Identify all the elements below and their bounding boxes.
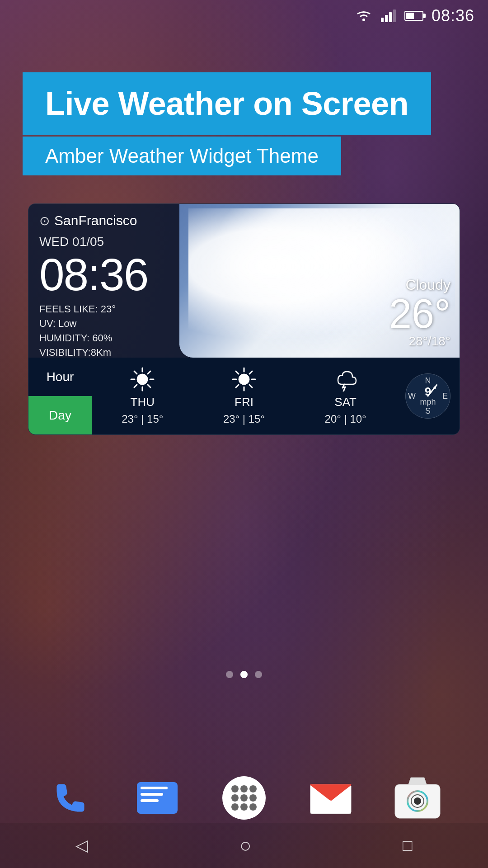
svg-point-30 — [231, 785, 239, 793]
svg-point-33 — [231, 794, 239, 802]
svg-rect-1 — [381, 18, 384, 22]
wind-compass: N S E W 9 mph — [396, 358, 460, 434]
location-row: ⊙ SanFrancisco — [39, 213, 192, 228]
dot-1 — [226, 671, 233, 678]
sat-name: SAT — [334, 395, 357, 409]
svg-point-32 — [249, 785, 257, 793]
widget-bottom: Hour Day THU — [28, 358, 460, 434]
fri-sun-icon — [232, 367, 256, 392]
status-bar: 08:36 — [0, 0, 488, 32]
battery-icon — [404, 11, 423, 21]
nav-bar: ◁ ○ □ — [0, 823, 488, 868]
location-name: SanFrancisco — [54, 213, 137, 228]
promo-banner: Live Weather on Screen Amber Weather Wid… — [23, 72, 431, 175]
wind-speed: 9 — [420, 386, 436, 397]
promo-title-box: Live Weather on Screen — [23, 72, 431, 135]
forecast-fri: FRI 23° | 15° — [223, 367, 265, 425]
widget-top: ⊙ SanFrancisco WED 01/05 08:36 FEELS LIK… — [28, 204, 460, 358]
visibility: VISIBILITY:8Km — [39, 347, 111, 358]
svg-rect-27 — [141, 793, 163, 796]
sat-temps: 20° | 10° — [325, 413, 366, 425]
svg-point-35 — [249, 794, 257, 802]
messages-app-icon[interactable] — [132, 773, 182, 823]
svg-line-19 — [236, 371, 239, 374]
svg-line-22 — [236, 385, 239, 387]
promo-subtitle-box: Amber Weather Widget Theme — [23, 137, 341, 175]
page-indicator — [226, 671, 262, 678]
stat-row-uv: UV: Low — [39, 318, 192, 330]
stat-row-1: FEELS LIKE: 23° — [39, 303, 192, 315]
compass-center: 9 mph — [420, 386, 436, 407]
svg-line-10 — [134, 371, 137, 374]
widget-time: 08:36 — [39, 252, 192, 297]
forecast-sat: SAT 20° | 10° — [325, 367, 366, 425]
svg-point-34 — [240, 794, 248, 802]
svg-rect-3 — [389, 12, 392, 22]
svg-point-37 — [240, 803, 248, 811]
recent-button[interactable]: □ — [389, 831, 426, 859]
thu-name: THU — [131, 395, 155, 409]
forecast-tabs[interactable]: Hour Day — [28, 358, 92, 434]
home-button[interactable]: ○ — [226, 830, 265, 861]
svg-line-13 — [134, 385, 137, 387]
fri-temps: 23° | 15° — [223, 413, 265, 425]
svg-point-14 — [239, 374, 249, 385]
svg-point-38 — [249, 803, 257, 811]
widget-date: WED 01/05 — [39, 235, 192, 249]
weather-range: 28°/18° — [389, 334, 450, 349]
widget-left-panel: ⊙ SanFrancisco WED 01/05 08:36 FEELS LIK… — [28, 204, 201, 358]
dot-3 — [255, 671, 262, 678]
thu-temps: 23° | 15° — [122, 413, 163, 425]
signal-icon — [381, 9, 396, 22]
svg-point-0 — [362, 19, 365, 21]
svg-line-11 — [148, 385, 150, 387]
weather-widget[interactable]: ⊙ SanFrancisco WED 01/05 08:36 FEELS LIK… — [28, 203, 460, 435]
status-icons: 08:36 — [355, 6, 474, 25]
svg-rect-2 — [385, 15, 388, 22]
tab-hour[interactable]: Hour — [28, 358, 92, 396]
dot-2 — [240, 671, 248, 678]
location-icon: ⊙ — [39, 213, 50, 228]
svg-line-21 — [249, 371, 252, 374]
svg-line-20 — [249, 385, 252, 387]
fri-name: FRI — [235, 395, 253, 409]
wind-unit: mph — [420, 397, 436, 407]
compass-circle: N S E W 9 mph — [405, 373, 450, 419]
thu-sun-icon — [130, 367, 155, 392]
svg-rect-28 — [141, 799, 159, 802]
back-button[interactable]: ◁ — [62, 831, 102, 859]
humidity: HUMIDITY: 60% — [39, 332, 112, 344]
svg-point-36 — [231, 803, 239, 811]
status-time: 08:36 — [432, 6, 474, 25]
tab-day[interactable]: Day — [28, 396, 92, 434]
svg-point-31 — [240, 785, 248, 793]
wifi-icon — [355, 9, 373, 22]
feels-like: FEELS LIKE: 23° — [39, 303, 116, 315]
promo-title: Live Weather on Screen — [45, 85, 408, 122]
svg-point-47 — [414, 797, 421, 805]
promo-subtitle: Amber Weather Widget Theme — [45, 145, 319, 167]
sat-storm-icon — [333, 367, 358, 392]
stat-row-2: HUMIDITY: 60% — [39, 332, 192, 344]
gmail-app-icon[interactable] — [306, 773, 356, 823]
weather-temp: 26° — [389, 293, 450, 334]
forecast-days: THU 23° | 15° FRI 23° | 15° — [92, 358, 396, 434]
weather-stats: FEELS LIKE: 23° UV: Low HUMIDITY: 60% VI… — [39, 303, 192, 358]
svg-rect-26 — [141, 787, 168, 789]
svg-rect-4 — [393, 9, 396, 22]
camera-app-icon[interactable] — [393, 773, 442, 823]
svg-line-12 — [148, 371, 150, 374]
stat-row-vis: VISIBILITY:8Km — [39, 347, 192, 358]
apps-launcher-icon[interactable] — [219, 773, 269, 823]
forecast-thu: THU 23° | 15° — [122, 367, 163, 425]
phone-app-icon[interactable] — [46, 773, 95, 823]
svg-point-5 — [137, 374, 148, 385]
dock — [0, 773, 488, 823]
widget-right-panel: Cloudy 26° 28°/18° — [389, 277, 450, 349]
uv-index: UV: Low — [39, 318, 76, 330]
